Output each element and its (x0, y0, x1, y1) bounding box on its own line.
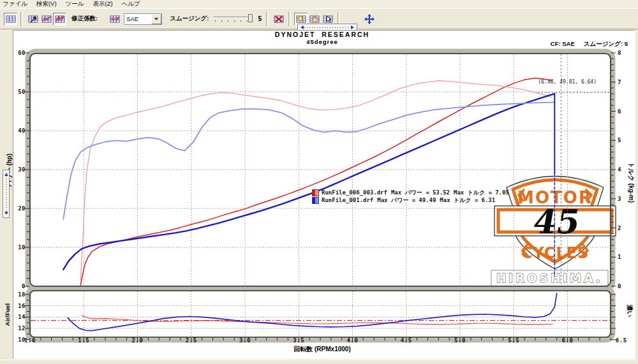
arrow-up-icon[interactable] (4, 171, 8, 176)
toolbar-separator (20, 12, 23, 26)
arrow-right-icon[interactable] (351, 25, 356, 29)
move-axes-button[interactable] (362, 13, 376, 25)
correction-factor-label: 修正係数: (71, 15, 98, 23)
arrow-down-icon[interactable] (4, 212, 8, 217)
grid-red-x-icon (274, 14, 284, 24)
smoothing-slider[interactable] (213, 13, 253, 25)
arrow-left-icon[interactable] (299, 25, 304, 29)
menu-view[interactable]: 表示(Z) (93, 0, 113, 8)
correction-factor-button[interactable] (108, 13, 121, 25)
menu-tools[interactable]: ツール (66, 0, 84, 8)
grid-hand-icon (309, 14, 320, 24)
clear-graph-button[interactable] (272, 13, 285, 25)
overlay-runs-button[interactable] (53, 13, 66, 25)
graph-setup-button[interactable] (4, 13, 17, 25)
slider-track (6, 177, 7, 211)
smoothing-label: スムージング: (170, 15, 209, 23)
smoothing-value: 5 (258, 15, 262, 22)
grid-correction-icon (110, 14, 120, 24)
winpep-window: ファイル 検索(V) ツール 表示(Z) ヘルプ 修正係数: SAE スムージン… (0, 0, 638, 364)
status-bar (0, 360, 638, 364)
correction-factor-value: SAE (124, 15, 151, 22)
chart-panel[interactable] (13, 30, 635, 359)
afr-axis-label: Air/Fuel (4, 286, 11, 344)
slider-track (304, 27, 350, 28)
grid-icon (6, 14, 16, 24)
grid-two-curves-icon (55, 14, 65, 24)
toolbar-separator (266, 12, 269, 26)
correction-factor-select[interactable]: SAE (124, 13, 162, 25)
grid-pointer-icon (323, 14, 333, 24)
grid-arrow-icon (28, 14, 38, 24)
add-run-button[interactable] (26, 13, 40, 25)
menu-file[interactable]: ファイル (3, 0, 27, 8)
chevron-down-icon[interactable] (151, 14, 161, 24)
slider-ticks (215, 20, 249, 22)
slider-thumb[interactable] (248, 14, 253, 22)
menu-bar: ファイル 検索(V) ツール 表示(Z) ヘルプ (0, 0, 638, 8)
grid-curve-icon (41, 14, 52, 24)
pan-slider-vertical[interactable] (3, 170, 10, 218)
move-cross-icon (364, 14, 375, 24)
slider-track (214, 17, 252, 17)
menu-help[interactable]: ヘルプ (122, 0, 140, 8)
menu-search[interactable]: 検索(V) (36, 0, 57, 8)
pan-slider-horizontal[interactable] (297, 24, 357, 31)
show-runs-button[interactable] (40, 13, 53, 25)
grid-magnifier-icon (296, 14, 306, 24)
toolbar-separator (288, 12, 291, 26)
